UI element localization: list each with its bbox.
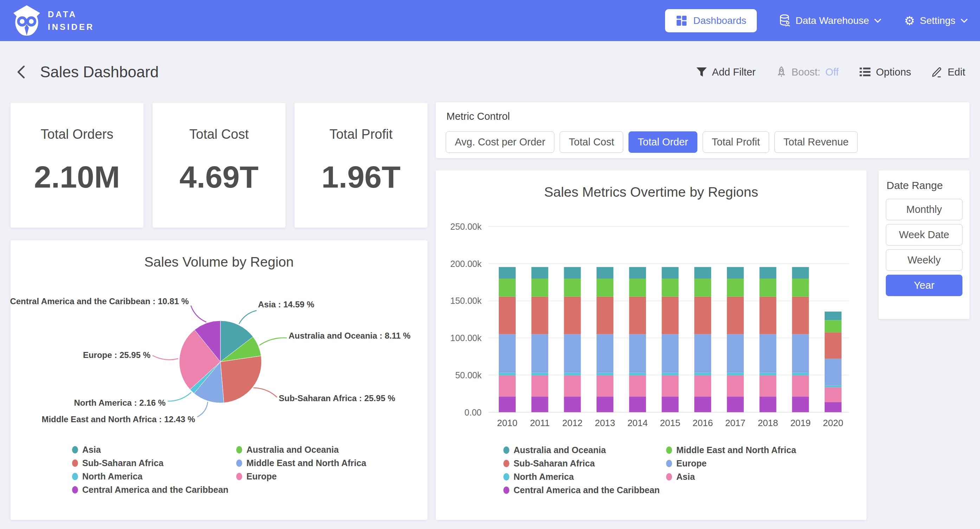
bar-segment-2014-central-america-and-the-caribbean[interactable] bbox=[629, 397, 646, 412]
data-warehouse-menu[interactable]: Data Warehouse bbox=[779, 14, 881, 27]
bar-segment-2010-asia[interactable] bbox=[499, 375, 515, 397]
bar-segment-2014-sub-saharan-africa[interactable] bbox=[629, 297, 646, 334]
bar-segment-2010-australia-and-oceania[interactable] bbox=[499, 267, 515, 278]
pie-slice-sub-saharan-africa[interactable] bbox=[220, 356, 261, 402]
bar-segment-2015-europe[interactable] bbox=[662, 334, 679, 373]
legend-item-sub-saharan-africa[interactable]: Sub-Saharan Africa bbox=[503, 457, 660, 470]
bar-segment-2020-australia-and-oceania[interactable] bbox=[825, 311, 842, 320]
add-filter-button[interactable]: Add Filter bbox=[696, 67, 756, 78]
bar-segment-2013-europe[interactable] bbox=[597, 334, 613, 373]
bar-segment-2015-north-america[interactable] bbox=[662, 373, 679, 375]
bar-segment-2016-sub-saharan-africa[interactable] bbox=[694, 297, 711, 334]
metric-option-total-cost[interactable]: Total Cost bbox=[560, 131, 623, 153]
bar-segment-2019-middle-east-and-north-africa[interactable] bbox=[792, 278, 809, 297]
bar-segment-2011-asia[interactable] bbox=[531, 375, 548, 397]
settings-menu[interactable]: ⚙ Settings bbox=[904, 15, 968, 27]
bar-segment-2013-asia[interactable] bbox=[597, 375, 613, 397]
bar-segment-2014-north-america[interactable] bbox=[629, 373, 646, 375]
bar-segment-2017-north-america[interactable] bbox=[727, 373, 744, 375]
bar-segment-2015-middle-east-and-north-africa[interactable] bbox=[662, 278, 679, 297]
legend-item-central-america-and-the-caribbean[interactable]: Central America and the Caribbean bbox=[503, 483, 660, 497]
bar-segment-2011-north-america[interactable] bbox=[531, 373, 548, 375]
legend-item-middle-east-and-north-africa[interactable]: Middle East and North Africa bbox=[236, 456, 366, 470]
date-range-option-weekly[interactable]: Weekly bbox=[886, 249, 963, 271]
bar-segment-2011-middle-east-and-north-africa[interactable] bbox=[531, 278, 548, 297]
bar-segment-2016-central-america-and-the-caribbean[interactable] bbox=[694, 397, 711, 412]
legend-item-middle-east-and-north-africa[interactable]: Middle East and North Africa bbox=[666, 443, 796, 457]
bar-segment-2017-middle-east-and-north-africa[interactable] bbox=[727, 278, 744, 297]
date-range-option-week-date[interactable]: Week Date bbox=[886, 224, 963, 246]
bar-segment-2017-australia-and-oceania[interactable] bbox=[727, 267, 744, 278]
legend-item-europe[interactable]: Europe bbox=[666, 457, 796, 470]
bar-segment-2010-north-america[interactable] bbox=[499, 373, 515, 375]
bar-segment-2018-middle-east-and-north-africa[interactable] bbox=[760, 278, 776, 297]
metric-option-total-revenue[interactable]: Total Revenue bbox=[774, 131, 858, 153]
bar-segment-2015-central-america-and-the-caribbean[interactable] bbox=[662, 397, 679, 412]
bar-segment-2017-central-america-and-the-caribbean[interactable] bbox=[727, 397, 744, 412]
legend-item-australia-and-oceania[interactable]: Australia and Oceania bbox=[503, 443, 660, 457]
legend-item-central-america-and-the-caribbean[interactable]: Central America and the Caribbean bbox=[72, 483, 229, 496]
options-button[interactable]: Options bbox=[859, 67, 911, 78]
legend-item-europe[interactable]: Europe bbox=[236, 470, 366, 483]
bar-segment-2016-middle-east-and-north-africa[interactable] bbox=[694, 278, 711, 297]
bar-segment-2013-australia-and-oceania[interactable] bbox=[597, 267, 613, 278]
legend-item-asia[interactable]: Asia bbox=[72, 443, 229, 456]
bar-segment-2014-australia-and-oceania[interactable] bbox=[629, 267, 646, 278]
bar-segment-2016-asia[interactable] bbox=[694, 375, 711, 397]
back-chevron-icon[interactable] bbox=[15, 64, 27, 80]
bar-segment-2010-central-america-and-the-caribbean[interactable] bbox=[499, 397, 515, 412]
bar-segment-2010-sub-saharan-africa[interactable] bbox=[499, 297, 515, 334]
metric-option-total-order[interactable]: Total Order bbox=[628, 131, 697, 153]
bar-segment-2012-north-america[interactable] bbox=[564, 373, 581, 375]
legend-item-australia-and-oceania[interactable]: Australia and Oceania bbox=[236, 443, 366, 456]
bar-segment-2019-sub-saharan-africa[interactable] bbox=[792, 297, 809, 334]
bar-segment-2018-europe[interactable] bbox=[760, 334, 776, 373]
bar-segment-2018-north-america[interactable] bbox=[760, 373, 776, 375]
bar-segment-2017-sub-saharan-africa[interactable] bbox=[727, 297, 744, 334]
bar-segment-2019-europe[interactable] bbox=[792, 334, 809, 373]
metric-option-avg-cost-per-order[interactable]: Avg. Cost per Order bbox=[446, 131, 554, 153]
legend-item-north-america[interactable]: North America bbox=[503, 470, 660, 483]
bar-segment-2019-asia[interactable] bbox=[792, 375, 809, 397]
edit-button[interactable]: Edit bbox=[931, 67, 965, 78]
legend-item-sub-saharan-africa[interactable]: Sub-Saharan Africa bbox=[72, 456, 229, 470]
bar-segment-2016-europe[interactable] bbox=[694, 334, 711, 373]
bar-segment-2018-central-america-and-the-caribbean[interactable] bbox=[760, 397, 776, 412]
bar-segment-2014-middle-east-and-north-africa[interactable] bbox=[629, 278, 646, 297]
boost-toggle[interactable]: Boost: Off bbox=[776, 66, 839, 78]
bar-segment-2012-australia-and-oceania[interactable] bbox=[564, 267, 581, 278]
bar-segment-2017-asia[interactable] bbox=[727, 375, 744, 397]
bar-segment-2012-middle-east-and-north-africa[interactable] bbox=[564, 278, 581, 297]
bar-segment-2018-sub-saharan-africa[interactable] bbox=[760, 297, 776, 334]
bar-segment-2016-australia-and-oceania[interactable] bbox=[694, 267, 711, 278]
bar-segment-2018-asia[interactable] bbox=[760, 375, 776, 397]
bar-segment-2019-central-america-and-the-caribbean[interactable] bbox=[792, 397, 809, 412]
bar-segment-2013-north-america[interactable] bbox=[597, 373, 613, 375]
bar-segment-2017-europe[interactable] bbox=[727, 334, 744, 373]
bar-segment-2014-asia[interactable] bbox=[629, 375, 646, 397]
bar-segment-2020-asia[interactable] bbox=[825, 388, 842, 402]
bar-segment-2019-north-america[interactable] bbox=[792, 373, 809, 375]
bar-segment-2013-middle-east-and-north-africa[interactable] bbox=[597, 278, 613, 297]
bar-segment-2011-australia-and-oceania[interactable] bbox=[531, 267, 548, 278]
bar-segment-2020-middle-east-and-north-africa[interactable] bbox=[825, 320, 842, 332]
bar-segment-2020-central-america-and-the-caribbean[interactable] bbox=[825, 402, 842, 412]
bar-segment-2012-sub-saharan-africa[interactable] bbox=[564, 297, 581, 334]
bar-segment-2010-europe[interactable] bbox=[499, 334, 515, 373]
legend-item-asia[interactable]: Asia bbox=[666, 470, 796, 483]
bar-segment-2014-europe[interactable] bbox=[629, 334, 646, 373]
bar-segment-2012-europe[interactable] bbox=[564, 334, 581, 373]
date-range-option-year[interactable]: Year bbox=[886, 275, 963, 296]
bar-segment-2016-north-america[interactable] bbox=[694, 373, 711, 375]
bar-segment-2020-europe[interactable] bbox=[825, 359, 842, 385]
metric-option-total-profit[interactable]: Total Profit bbox=[703, 131, 769, 153]
dashboards-nav-button[interactable]: Dashboards bbox=[665, 9, 757, 32]
bar-segment-2018-australia-and-oceania[interactable] bbox=[760, 267, 776, 278]
bar-segment-2011-central-america-and-the-caribbean[interactable] bbox=[531, 397, 548, 412]
bar-segment-2010-middle-east-and-north-africa[interactable] bbox=[499, 278, 515, 297]
legend-item-north-america[interactable]: North America bbox=[72, 470, 229, 483]
bar-segment-2012-asia[interactable] bbox=[564, 375, 581, 397]
bar-segment-2019-australia-and-oceania[interactable] bbox=[792, 267, 809, 278]
bar-segment-2012-central-america-and-the-caribbean[interactable] bbox=[564, 397, 581, 412]
bar-segment-2020-north-america[interactable] bbox=[825, 385, 842, 387]
